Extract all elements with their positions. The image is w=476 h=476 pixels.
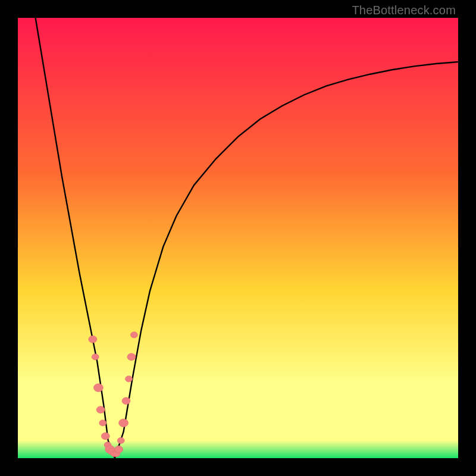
data-marker xyxy=(127,353,136,361)
data-marker xyxy=(92,354,99,360)
data-marker xyxy=(99,420,107,426)
data-marker xyxy=(117,437,124,443)
watermark-text: TheBottleneck.com xyxy=(352,4,456,17)
gradient-background xyxy=(18,18,458,458)
data-marker xyxy=(89,336,97,343)
data-marker xyxy=(101,433,109,440)
plot-area xyxy=(18,18,458,458)
data-marker xyxy=(96,406,105,414)
data-marker xyxy=(115,446,123,453)
data-marker xyxy=(119,419,129,427)
data-marker xyxy=(130,332,137,338)
chart-svg xyxy=(18,18,458,458)
data-marker xyxy=(126,376,133,382)
outer-frame: TheBottleneck.com xyxy=(0,0,476,476)
data-marker xyxy=(122,397,130,405)
data-marker xyxy=(93,384,103,392)
